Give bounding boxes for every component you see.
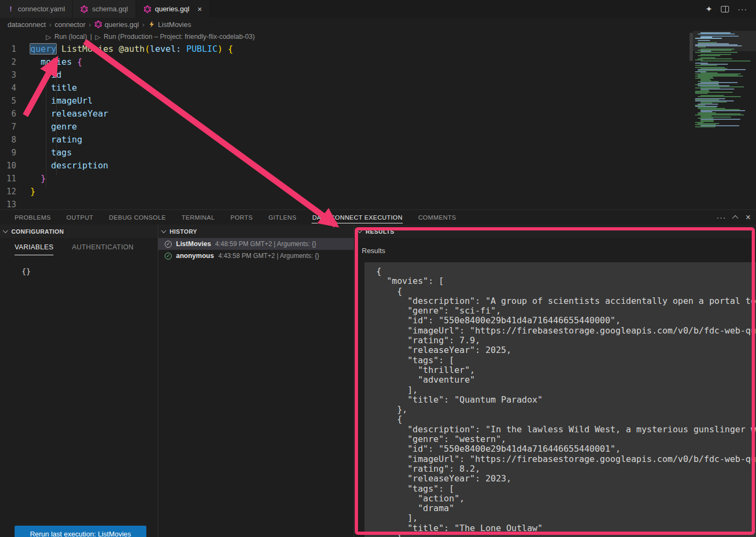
editor-actions: ✦ ···: [705, 0, 756, 18]
line-number: 9: [0, 146, 30, 159]
minimap-line: [698, 55, 720, 56]
breadcrumb-label: ListMovies: [158, 21, 191, 29]
line-number: 6: [0, 107, 30, 120]
line-number: 11: [0, 172, 30, 185]
panel-tab-gitlens[interactable]: GITLENS: [268, 212, 297, 223]
line-number: 10: [0, 159, 30, 172]
code-line[interactable]: 5 imageUrl: [0, 94, 756, 107]
configuration-pane: CONFIGURATION VARIABLES AUTHENTICATION {…: [0, 225, 158, 537]
panel-tab-problems[interactable]: PROBLEMS: [14, 212, 51, 223]
results-json-box[interactable]: { "movies": [ { "description": "A group …: [364, 262, 756, 537]
results-label: Results: [362, 247, 756, 255]
code-editor[interactable]: ▷ Run (local) | ▷ Run (Production – Proj…: [0, 31, 756, 209]
panel-tab-debug-console[interactable]: DEBUG CONSOLE: [109, 212, 167, 223]
code-line[interactable]: 4 title: [0, 81, 756, 94]
minimap-line: [695, 52, 738, 53]
code-line[interactable]: 3 id: [0, 69, 756, 81]
code-lines: 1query ListMovies @auth(level: PUBLIC) {…: [0, 43, 756, 209]
breadcrumb: dataconnect › connector › queries.gql › …: [0, 18, 756, 31]
codelens-divider: |: [90, 33, 92, 40]
split-editor-icon[interactable]: [721, 6, 729, 12]
codelens: ▷ Run (local) | ▷ Run (Production – Proj…: [0, 31, 756, 43]
tab-connector-yaml[interactable]: ! connector.yaml: [0, 0, 73, 18]
line-number: 1: [0, 43, 30, 56]
graphql-icon: [80, 5, 88, 13]
tab-label: queries.gql: [155, 5, 190, 13]
line-number: 13: [0, 198, 30, 209]
breadcrumb-listmovies[interactable]: ListMovies: [148, 21, 191, 29]
panel-window-icons: ··· ×: [717, 210, 751, 225]
minimap-line: [695, 65, 717, 66]
line-number: 2: [0, 56, 30, 69]
configuration-title: CONFIGURATION: [11, 228, 64, 235]
tab-label: schema.gql: [92, 5, 127, 13]
tab-authentication[interactable]: AUTHENTICATION: [72, 243, 133, 255]
history-item-name: ListMovies: [176, 240, 211, 248]
breadcrumb-label: queries.gql: [105, 21, 139, 29]
tab-schema-gql[interactable]: schema.gql: [73, 0, 136, 18]
code-line[interactable]: 1query ListMovies @auth(level: PUBLIC) {: [0, 43, 756, 56]
line-number: 12: [0, 185, 30, 198]
history-header[interactable]: HISTORY: [158, 225, 354, 238]
results-header[interactable]: RESULTS: [354, 225, 756, 238]
minimap-viewport[interactable]: [693, 31, 756, 51]
code-line[interactable]: 6 releaseYear: [0, 107, 756, 120]
bottom-panel: PROBLEMSOUTPUTDEBUG CONSOLETERMINALPORTS…: [0, 209, 756, 537]
query-operation-icon: [148, 21, 156, 28]
vscode-window: ! connector.yaml schema.gql queries.: [0, 0, 756, 537]
rerun-last-execution-button[interactable]: Rerun last execution: ListMovies: [15, 526, 146, 537]
sparkle-icon[interactable]: ✦: [705, 4, 712, 14]
panel-tab-terminal[interactable]: TERMINAL: [181, 212, 215, 223]
panel-tab-comments[interactable]: COMMENTS: [417, 212, 456, 223]
variables-value[interactable]: {}: [22, 267, 158, 276]
code-line[interactable]: 7 genre: [0, 120, 756, 133]
tab-queries-gql[interactable]: queries.gql ×: [136, 0, 210, 18]
chevron-down-icon: [3, 228, 8, 233]
history-pane: HISTORY ✓ ListMovies 4:48:59 PM GMT+2 | …: [158, 225, 354, 537]
code-line[interactable]: 9 tags: [0, 146, 756, 159]
breadcrumb-separator: ›: [89, 21, 91, 29]
history-item-meta: 4:48:59 PM GMT+2 | Arguments: {}: [215, 240, 316, 248]
editor-tab-strip: ! connector.yaml schema.gql queries.: [0, 0, 756, 18]
code-line[interactable]: 2 movies {: [0, 56, 756, 69]
results-title: RESULTS: [366, 228, 394, 235]
breadcrumb-connector[interactable]: connector: [55, 21, 85, 29]
panel-body: CONFIGURATION VARIABLES AUTHENTICATION {…: [0, 225, 756, 537]
tab-label: connector.yaml: [18, 5, 65, 13]
close-tab-icon[interactable]: ×: [198, 5, 202, 13]
panel-tab-data-connect-execution[interactable]: DATA CONNECT EXECUTION: [312, 212, 403, 223]
run-icon: ▷: [95, 33, 100, 41]
breadcrumb-separator: ›: [142, 21, 144, 29]
results-json: { "movies": [ { "description": "A group …: [371, 267, 756, 537]
line-number: 7: [0, 120, 30, 133]
more-actions-icon[interactable]: ···: [738, 4, 747, 13]
history-item-meta: 4:43:58 PM GMT+2 | Arguments: {}: [218, 252, 319, 260]
code-line[interactable]: 11 }: [0, 172, 756, 185]
success-check-icon-green: ✓: [165, 253, 172, 260]
tab-variables[interactable]: VARIABLES: [15, 243, 53, 255]
indent-guide: [56, 70, 57, 175]
history-item-listmovies[interactable]: ✓ ListMovies 4:48:59 PM GMT+2 | Argument…: [158, 238, 354, 250]
run-production-link[interactable]: Run (Production – Project: friendly-flix…: [104, 33, 255, 40]
panel-tab-output[interactable]: OUTPUT: [66, 212, 94, 223]
breadcrumb-queries-gql[interactable]: queries.gql: [94, 21, 139, 29]
code-line[interactable]: 10 description: [0, 159, 756, 172]
code-line[interactable]: 12}: [0, 185, 756, 198]
panel-maximize-icon[interactable]: [732, 215, 738, 221]
minimap-line: [695, 93, 708, 94]
minimap-line: [698, 96, 741, 97]
history-item-anonymous[interactable]: ✓ anonymous 4:43:58 PM GMT+2 | Arguments…: [158, 250, 354, 262]
breadcrumb-dataconnect[interactable]: dataconnect: [8, 21, 46, 29]
panel-close-icon[interactable]: ×: [746, 213, 751, 222]
panel-tab-bar: PROBLEMSOUTPUTDEBUG CONSOLETERMINALPORTS…: [0, 210, 756, 225]
line-number: 4: [0, 81, 30, 94]
panel-tab-ports[interactable]: PORTS: [230, 212, 253, 223]
graphql-icon: [94, 21, 102, 28]
code-line[interactable]: 13: [0, 198, 756, 209]
yaml-warning-icon: !: [8, 5, 14, 13]
run-local-link[interactable]: Run (local): [55, 33, 87, 40]
configuration-header[interactable]: CONFIGURATION: [0, 225, 158, 238]
code-line[interactable]: 8 rating: [0, 133, 756, 146]
line-number: 3: [0, 69, 30, 81]
panel-more-icon[interactable]: ···: [717, 213, 726, 222]
